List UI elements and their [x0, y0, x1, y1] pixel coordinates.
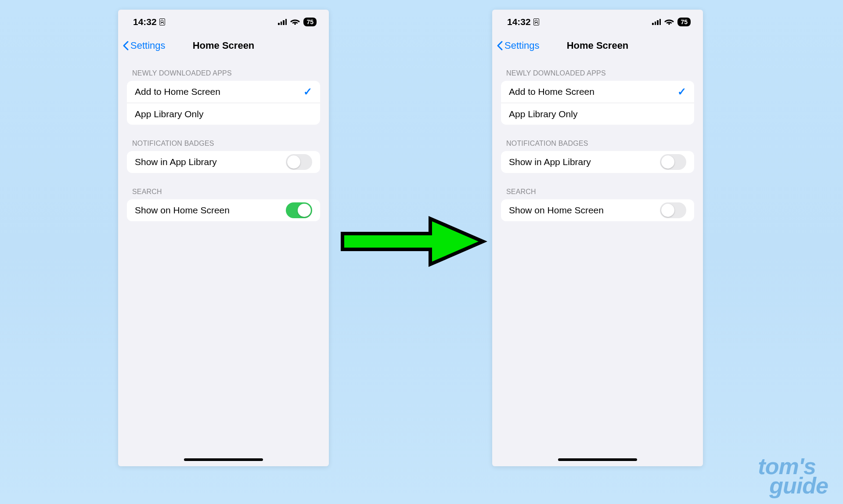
toggle-show-in-app-library[interactable]	[660, 154, 686, 170]
row-label: Show in App Library	[135, 157, 217, 167]
nav-bar: Settings Home Screen	[492, 34, 703, 57]
cellular-signal-icon	[278, 19, 287, 25]
contact-card-icon	[159, 18, 165, 25]
watermark: tom's guide	[758, 457, 828, 495]
toggle-show-in-app-library[interactable]	[286, 154, 312, 170]
back-label: Settings	[504, 40, 540, 51]
chevron-left-icon	[122, 40, 130, 51]
group-notification-badges: Show in App Library	[127, 151, 320, 173]
chevron-left-icon	[497, 40, 504, 51]
battery-icon: 75	[677, 18, 691, 26]
row-show-on-home-screen: Show on Home Screen	[501, 199, 694, 221]
group-header-newly-downloaded: Newly Downloaded Apps	[118, 57, 329, 81]
option-app-library-only[interactable]: App Library Only	[127, 103, 320, 125]
home-indicator[interactable]	[558, 458, 637, 461]
battery-icon: 75	[303, 18, 317, 26]
group-newly-downloaded: Add to Home Screen ✓ App Library Only	[501, 81, 694, 125]
status-bar: 14:32 75	[118, 10, 329, 34]
status-time: 14:32	[507, 17, 531, 27]
wifi-icon	[664, 18, 674, 25]
cellular-signal-icon	[652, 19, 661, 25]
group-header-notification-badges: Notification Badges	[492, 125, 703, 151]
group-header-notification-badges: Notification Badges	[118, 125, 329, 151]
group-newly-downloaded: Add to Home Screen ✓ App Library Only	[127, 81, 320, 125]
page-title: Home Screen	[193, 40, 255, 51]
status-time: 14:32	[133, 17, 157, 27]
group-header-newly-downloaded: Newly Downloaded Apps	[492, 57, 703, 81]
home-indicator[interactable]	[184, 458, 263, 461]
option-app-library-only[interactable]: App Library Only	[501, 103, 694, 125]
checkmark-icon: ✓	[303, 86, 312, 98]
row-show-in-app-library: Show in App Library	[127, 151, 320, 173]
option-add-to-home-screen[interactable]: Add to Home Screen ✓	[501, 81, 694, 103]
row-label: Show on Home Screen	[509, 205, 604, 216]
arrow-annotation-icon	[338, 215, 487, 268]
contact-card-icon	[533, 18, 539, 25]
nav-bar: Settings Home Screen	[118, 34, 329, 57]
back-label: Settings	[130, 40, 166, 51]
screenshot-before: 14:32 75 Settings Home Screen Newly Down…	[118, 10, 329, 466]
option-label: App Library Only	[135, 109, 203, 119]
group-search: Show on Home Screen	[127, 199, 320, 221]
group-header-search: Search	[118, 173, 329, 199]
group-search: Show on Home Screen	[501, 199, 694, 221]
option-label: Add to Home Screen	[135, 86, 220, 97]
row-show-in-app-library: Show in App Library	[501, 151, 694, 173]
back-button[interactable]: Settings	[122, 40, 166, 51]
page-title: Home Screen	[567, 40, 629, 51]
row-label: Show on Home Screen	[135, 205, 230, 216]
status-bar: 14:32 75	[492, 10, 703, 34]
back-button[interactable]: Settings	[497, 40, 540, 51]
wifi-icon	[290, 18, 300, 25]
row-show-on-home-screen: Show on Home Screen	[127, 199, 320, 221]
toggle-show-on-home-screen[interactable]	[286, 202, 312, 218]
option-label: Add to Home Screen	[509, 86, 594, 97]
option-label: App Library Only	[509, 109, 577, 119]
screenshot-after: 14:32 75 Settings Home Screen Newly Down…	[492, 10, 703, 466]
toggle-show-on-home-screen[interactable]	[660, 202, 686, 218]
group-notification-badges: Show in App Library	[501, 151, 694, 173]
checkmark-icon: ✓	[677, 86, 686, 98]
group-header-search: Search	[492, 173, 703, 199]
row-label: Show in App Library	[509, 157, 591, 167]
option-add-to-home-screen[interactable]: Add to Home Screen ✓	[127, 81, 320, 103]
